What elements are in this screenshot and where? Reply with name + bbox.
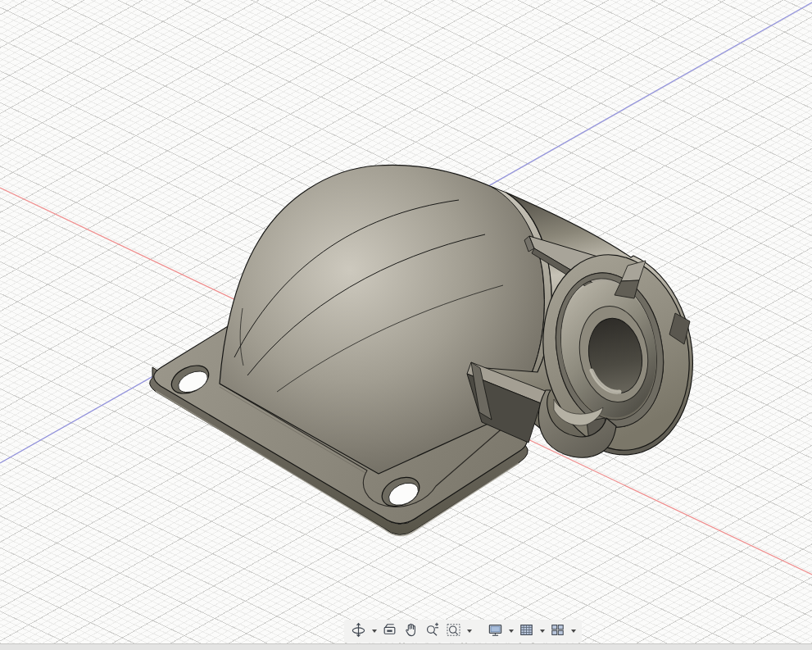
zoom-icon (424, 622, 440, 641)
caret-down-icon (571, 630, 576, 633)
display-settings-dropdown-caret[interactable] (506, 621, 515, 641)
pan-hand-icon (403, 622, 419, 641)
navigation-toolbar (344, 620, 582, 643)
orbit-dropdown-caret[interactable] (370, 621, 379, 641)
orbit-icon (351, 622, 366, 641)
viewports-icon (550, 622, 565, 641)
fit-button[interactable] (443, 621, 464, 641)
viewports-dropdown-caret[interactable] (569, 621, 578, 641)
model-body[interactable] (150, 165, 693, 535)
pan-button[interactable] (401, 621, 421, 641)
fit-icon (446, 622, 461, 641)
grid-icon (519, 622, 534, 641)
fit-dropdown-caret[interactable] (465, 621, 474, 641)
caret-down-icon (372, 630, 377, 633)
model-canvas[interactable] (0, 0, 812, 650)
orbit-button[interactable] (348, 621, 369, 641)
viewports-button[interactable] (547, 621, 568, 641)
look-at-icon (382, 622, 397, 641)
grid-and-snaps-button[interactable] (516, 621, 537, 641)
display-settings-button[interactable] (485, 621, 506, 641)
zoom-button[interactable] (422, 621, 442, 641)
caret-down-icon (467, 630, 472, 633)
caret-down-icon (509, 630, 514, 633)
grid-and-snaps-dropdown-caret[interactable] (538, 621, 547, 641)
caret-down-icon (540, 630, 545, 633)
status-strip (0, 643, 812, 650)
look-at-button[interactable] (379, 621, 400, 641)
fusion-3d-viewport-window: { "canvas": { "background_color": "#fbfb… (0, 0, 812, 650)
display-settings-icon (488, 622, 503, 641)
